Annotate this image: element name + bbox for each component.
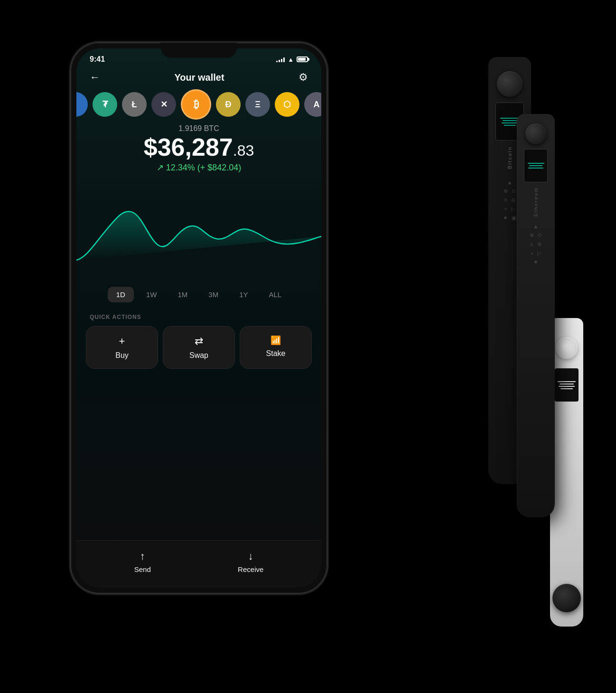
chart-svg xyxy=(76,184,321,279)
status-time: 9:41 xyxy=(90,55,105,64)
time-btn-1y[interactable]: 1Y xyxy=(231,287,256,302)
hw-icon-2: ⊙ xyxy=(512,188,516,194)
receive-label: Receive xyxy=(238,565,263,573)
hw-front-controls: ▲ ⊕ ⊙ ≡ ⊛ + ▷ ▼ xyxy=(530,224,542,265)
page-header: ← Your wallet ⚙ xyxy=(76,64,321,89)
hw-back-label: Bitcoin xyxy=(507,146,513,169)
coin-item-btc[interactable]: ₿ xyxy=(181,89,211,120)
phone-notch xyxy=(161,43,237,58)
bottom-navigation: ↑ Send ↓ Receive xyxy=(76,540,321,588)
coin-row: ₮ Ł ✕ ₿ Ð Ξ ⬡ A xyxy=(76,89,321,120)
send-icon: ↑ xyxy=(140,550,145,562)
coin-item-partial[interactable] xyxy=(76,92,88,117)
time-btn-all[interactable]: ALL xyxy=(261,287,290,302)
coin-item-doge[interactable]: Ð xyxy=(216,92,241,117)
scene: 9:41 ▲ ← Your wallet xyxy=(47,19,569,674)
quick-actions-label: QUICK ACTIONS xyxy=(76,310,321,326)
hw-down-icon: ▼ xyxy=(503,215,508,221)
hardware-wallet-front: Ethereum ▲ ⊕ ⊙ ≡ ⊛ + ▷ ▼ xyxy=(517,114,555,517)
hw-icon-4: ⊛ xyxy=(511,197,515,203)
hw-white-screen xyxy=(555,368,579,402)
balance-usd: $36,287.83 xyxy=(86,135,312,159)
hw-front-button xyxy=(525,123,546,144)
hw-white-bottom-circle xyxy=(552,584,581,612)
coin-item-bnb[interactable]: ⬡ xyxy=(275,92,299,117)
hw-front-c6: ▷ xyxy=(537,250,541,256)
balance-section: 1.9169 BTC $36,287.83 ↗ 12.34% (+ $842.0… xyxy=(76,120,321,173)
hw-icon-7: ▣ xyxy=(512,215,516,221)
coin-item-tether[interactable]: ₮ xyxy=(93,92,117,117)
send-label: Send xyxy=(134,565,151,573)
hw-icon-1: ⊕ xyxy=(504,188,508,194)
hw-front-c4: ⊛ xyxy=(537,241,541,247)
time-range-selector: 1D 1W 1M 3M 1Y ALL xyxy=(76,279,321,310)
stake-icon: 📶 xyxy=(271,335,281,346)
phone-device: 9:41 ▲ ← Your wallet xyxy=(71,43,327,593)
hw-icon-5: + xyxy=(504,206,507,212)
time-btn-3m[interactable]: 3M xyxy=(200,287,227,302)
swap-icon: ⇄ xyxy=(195,335,203,347)
time-btn-1w[interactable]: 1W xyxy=(138,287,166,302)
hw-white-button xyxy=(556,337,578,359)
plus-icon: + xyxy=(119,335,125,347)
hw-main-button xyxy=(497,71,523,97)
page-title: Your wallet xyxy=(174,72,224,83)
stake-label: Stake xyxy=(266,349,286,358)
receive-icon: ↓ xyxy=(248,550,253,562)
settings-icon[interactable]: ⚙ xyxy=(299,71,308,84)
coin-item-xrp[interactable]: ✕ xyxy=(151,92,176,117)
hw-icon-3: ≡ xyxy=(504,197,507,203)
time-btn-1m[interactable]: 1M xyxy=(169,287,196,302)
balance-change: ↗ 12.34% (+ $842.04) xyxy=(86,162,312,173)
coin-item-algo[interactable]: A xyxy=(304,92,321,117)
price-chart xyxy=(76,184,321,279)
hw-front-c1: ⊕ xyxy=(530,232,534,238)
hw-up-icon: ▲ xyxy=(507,179,513,185)
buy-label: Buy xyxy=(115,351,129,360)
hw-icon-6: ▷ xyxy=(511,206,515,212)
hw-front-c2: ⊙ xyxy=(538,232,542,238)
balance-cents: .83 xyxy=(233,142,254,159)
send-button[interactable]: ↑ Send xyxy=(134,550,151,573)
back-button[interactable]: ← xyxy=(90,71,100,84)
coin-item-eth[interactable]: Ξ xyxy=(245,92,270,117)
signal-icon xyxy=(276,56,285,62)
hardware-wallet-white xyxy=(550,318,583,627)
status-icons: ▲ xyxy=(276,56,308,63)
hw-front-screen xyxy=(524,149,548,182)
stake-button[interactable]: 📶 Stake xyxy=(240,326,312,369)
receive-button[interactable]: ↓ Receive xyxy=(238,550,263,573)
hw-front-c3: ≡ xyxy=(530,242,533,247)
hw-front-up: ▲ xyxy=(533,224,539,229)
phone-screen: 9:41 ▲ ← Your wallet xyxy=(76,48,321,588)
hw-controls-back: ▲ ⊕ ⊙ ≡ ⊛ + ▷ ▼ ▣ xyxy=(503,179,517,221)
wifi-icon: ▲ xyxy=(288,56,294,63)
quick-actions-row: + Buy ⇄ Swap 📶 Stake xyxy=(76,326,321,369)
time-btn-1d[interactable]: 1D xyxy=(108,287,134,302)
battery-icon xyxy=(297,56,308,62)
coin-item-litecoin[interactable]: Ł xyxy=(122,92,147,117)
swap-label: Swap xyxy=(189,351,208,360)
buy-button[interactable]: + Buy xyxy=(86,326,158,369)
balance-main: $36,287 xyxy=(144,133,233,161)
chart-fill xyxy=(76,211,321,260)
hw-front-label: Ethereum xyxy=(533,187,539,216)
hw-front-down: ▼ xyxy=(533,259,539,265)
swap-button[interactable]: ⇄ Swap xyxy=(163,326,235,369)
balance-crypto: 1.9169 BTC xyxy=(86,124,312,133)
hw-front-c5: + xyxy=(531,251,533,256)
